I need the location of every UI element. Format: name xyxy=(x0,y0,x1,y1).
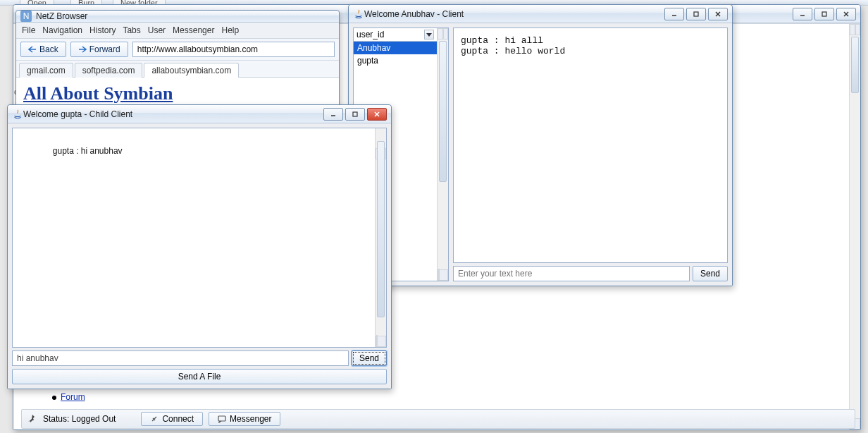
forward-button[interactable]: Forward xyxy=(70,42,128,57)
svg-rect-1 xyxy=(822,12,826,16)
tab-softpedia[interactable]: softpedia.com xyxy=(75,63,143,78)
status-text: Status: Logged Out xyxy=(43,414,116,424)
menu-tabs[interactable]: Tabs xyxy=(123,25,140,35)
page-heading[interactable]: All About Symbian xyxy=(23,83,332,104)
arrow-right-icon xyxy=(78,46,87,53)
scrollbar-thumb[interactable] xyxy=(851,37,859,93)
messenger-button[interactable]: Messenger xyxy=(209,412,280,426)
netz-titlebar[interactable]: N NetZ Browser xyxy=(16,11,339,23)
netz-menubar: File Navigation History Tabs User Messen… xyxy=(16,23,339,39)
connect-label: Connect xyxy=(162,414,194,424)
scrollbar-down-icon[interactable] xyxy=(438,269,448,281)
list-bullet-icon xyxy=(52,396,56,400)
menu-file[interactable]: File xyxy=(22,25,35,35)
host-minimize-button[interactable] xyxy=(793,8,812,20)
user-list-header-label: user_id xyxy=(356,30,384,39)
forum-link[interactable]: Forum xyxy=(61,392,85,402)
user-list-header[interactable]: user_id xyxy=(354,28,437,42)
address-bar[interactable] xyxy=(132,42,335,57)
anubhav-send-button[interactable]: Send xyxy=(693,266,728,281)
gupta-send-file-button[interactable]: Send A File xyxy=(12,369,387,384)
tab-allaboutsymbian[interactable]: allaboutsymbian.com xyxy=(144,63,239,78)
messenger-label: Messenger xyxy=(230,414,271,424)
menu-help[interactable]: Help xyxy=(221,25,239,35)
scrollbar-up-icon[interactable] xyxy=(438,28,448,39)
anubhav-titlebar[interactable]: Welcome Anubhav - Client xyxy=(349,5,732,23)
netz-app-icon: N xyxy=(20,11,32,22)
anubhav-title: Welcome Anubhav - Client xyxy=(364,9,664,19)
gupta-minimize-button[interactable] xyxy=(323,108,343,121)
anubhav-chat-log[interactable]: gupta : hi alll gupta : hello world xyxy=(453,28,728,263)
tab-gmail[interactable]: gmail.com xyxy=(19,63,73,78)
messenger-icon xyxy=(218,415,226,423)
anubhav-minimize-button[interactable] xyxy=(664,8,684,20)
java-icon xyxy=(353,8,364,20)
gupta-maximize-button[interactable] xyxy=(345,108,365,121)
pin-icon xyxy=(27,414,37,424)
scrollbar-up-icon[interactable] xyxy=(850,24,860,35)
gupta-client-window: Welcome gupta - Child Client gupta : hi … xyxy=(7,104,392,389)
connect-button[interactable]: Connect xyxy=(141,412,203,426)
host-vertical-scrollbar[interactable] xyxy=(849,24,860,429)
menu-user[interactable]: User xyxy=(148,25,166,35)
back-label: Back xyxy=(39,44,58,54)
host-close-button[interactable] xyxy=(836,8,856,20)
menu-messenger[interactable]: Messenger xyxy=(173,25,214,35)
host-maximize-button[interactable] xyxy=(814,8,834,20)
netz-browser-window: N NetZ Browser File Navigation History T… xyxy=(16,10,340,109)
gupta-send-button[interactable]: Send xyxy=(352,350,387,366)
scrollbar-thumb[interactable] xyxy=(377,141,385,317)
gupta-message-input[interactable] xyxy=(12,350,349,366)
menu-navigation[interactable]: Navigation xyxy=(42,25,82,35)
gupta-title: Welcome gupta - Child Client xyxy=(23,109,323,119)
svg-text:N: N xyxy=(23,11,30,21)
plug-icon xyxy=(150,415,159,423)
gupta-chat-scrollbar[interactable] xyxy=(375,128,386,347)
java-icon xyxy=(12,109,23,120)
gupta-chat-log[interactable]: gupta : hi anubhav xyxy=(12,128,387,348)
scrollbar-thumb[interactable] xyxy=(439,41,447,182)
forward-label: Forward xyxy=(89,44,120,54)
svg-rect-14 xyxy=(218,416,225,421)
gupta-close-button[interactable] xyxy=(367,108,387,121)
scrollbar-down-icon[interactable] xyxy=(376,336,386,347)
netz-title: NetZ Browser xyxy=(36,11,335,21)
anubhav-maximize-button[interactable] xyxy=(686,8,706,20)
user-item-anubhav[interactable]: Anubhav xyxy=(354,42,437,54)
arrow-left-icon xyxy=(28,46,37,53)
status-bar: Status: Logged Out Connect Messenger xyxy=(21,409,855,429)
back-button[interactable]: Back xyxy=(20,42,66,57)
netz-nav-row: Back Forward xyxy=(16,39,339,61)
user-item-gupta[interactable]: gupta xyxy=(354,54,437,67)
svg-rect-7 xyxy=(694,12,698,16)
gupta-chat-text: gupta : hi anubhav xyxy=(53,146,123,156)
anubhav-message-input[interactable] xyxy=(453,266,690,281)
dropdown-icon[interactable] xyxy=(424,30,434,39)
netz-tab-row: gmail.com softpedia.com allaboutsymbian.… xyxy=(16,61,339,78)
svg-rect-11 xyxy=(353,112,357,116)
user-list-scrollbar[interactable] xyxy=(437,28,448,281)
menu-history[interactable]: History xyxy=(89,25,116,35)
gupta-titlebar[interactable]: Welcome gupta - Child Client xyxy=(8,105,391,123)
anubhav-close-button[interactable] xyxy=(708,8,728,20)
anubhav-client-window: Welcome Anubhav - Client user_id Anubhav… xyxy=(348,4,733,286)
